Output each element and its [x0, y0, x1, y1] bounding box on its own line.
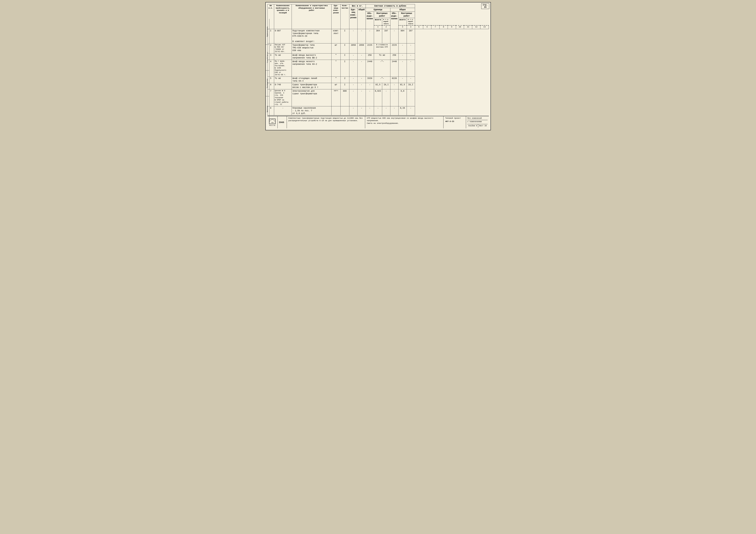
footer-year: I965	[278, 116, 287, 128]
unit-equip-header: Обо- рудо- вания	[365, 12, 374, 29]
footer-album-num: Альбом 9	[467, 124, 478, 128]
footer-desc1: Комплектные трансформаторные подстанции …	[287, 116, 365, 128]
left-label-vypolnil: Выполнил	[267, 106, 268, 112]
row8-c9b: -	[382, 106, 390, 115]
main-table: №№ п.п. Наименование прейскуранта, ценни…	[267, 4, 489, 116]
row3-c9: То же	[374, 54, 390, 60]
unit-montage-wage-header: в т.ч. зараб. плата	[382, 18, 390, 26]
cn-2: 2	[382, 25, 390, 29]
unit-section-header: Единицы	[365, 8, 390, 12]
row8-qty	[340, 106, 349, 115]
footer-project: Типовой проект 407-3-I3	[444, 116, 466, 128]
row5-ref: То же	[274, 77, 292, 83]
row5-c11a: -	[398, 77, 407, 83]
left-label-3: Руководитель	[266, 70, 269, 96]
col-ref-header: Наименование прейскуранта, ценника и № п…	[274, 4, 292, 29]
footer-with-changes: с изменениями	[467, 120, 487, 123]
row4-ref: Пр-т врем.цен. утв.постанови.№ I296Подол…	[274, 60, 292, 77]
footer: ГПИ Моск-ва I965 Комплектные трансформат…	[267, 116, 489, 128]
footer-list-num: Лист I8	[478, 124, 488, 128]
row6-w6: -	[349, 83, 357, 89]
row6-unit: шт	[332, 83, 340, 89]
row8-w7: -	[357, 106, 365, 115]
cn-5: 5	[415, 25, 423, 29]
row5-c8: I6I0	[365, 77, 374, 83]
row4-c11a: -	[398, 60, 407, 77]
cn-6: 6	[423, 25, 431, 29]
left-label-4: Выполнил	[266, 96, 269, 122]
weight-unit-header: Еди- ниц изме- рения	[349, 8, 357, 29]
footer-city: Моск-ва	[269, 125, 275, 126]
row1-qty: I	[340, 29, 349, 43]
row2-c8: 2II5	[365, 43, 374, 53]
row6-name: Сушка трансформаторавесом с маслом до 8 …	[292, 83, 332, 89]
row2-c10: 2II5	[390, 43, 398, 53]
row3-c11b: -	[407, 54, 415, 60]
row2-qty: I	[340, 43, 349, 53]
row2-c11b: -	[407, 43, 415, 53]
cn-9: 9	[447, 25, 456, 29]
left-label-otdelsmo: ОтделСМО	[267, 57, 268, 63]
weight-total-header: Общий	[357, 8, 365, 29]
unit-montage-header: Монтажных работ	[374, 12, 390, 18]
table-row: 8 - Плановые накопления- 2,5% по поз. 7о…	[267, 106, 489, 115]
total-montage-header: Монтажных работ	[398, 12, 415, 18]
row8-w6: -	[349, 106, 357, 115]
cn-7: 7	[431, 25, 440, 29]
row2-c9: В стоимостимонтажа КТП	[374, 43, 390, 53]
row5-w6: -	[349, 77, 357, 83]
row7-c10: -	[390, 89, 398, 106]
row1-unit: комп-лект	[332, 29, 340, 43]
row3-qty: I	[340, 54, 349, 60]
row6-c9b: I8,I	[382, 83, 390, 89]
unit-montage-total-header: всего	[374, 18, 382, 26]
row6-c11a: 8I,5	[398, 83, 407, 89]
row1-ref: 8-887	[274, 29, 292, 43]
row3-w7: -	[357, 54, 365, 60]
row4-unit: "	[332, 60, 340, 77]
row1-c11b: I87	[407, 29, 415, 43]
row8-unit	[332, 106, 340, 115]
left-label-1: Нормоконтроль	[266, 19, 269, 45]
row7-ref: Ценник № 8прилож. 3стр. 3I0Указания№ ЕРЕ…	[274, 89, 292, 106]
footer-desc2: КТП мощностью 680 ква внутрицеховая со ш…	[365, 116, 444, 128]
row5-unit: "	[332, 77, 340, 83]
row3-name: Шкаф ввода высокогонапряжения типа ВВ-2	[292, 54, 332, 60]
document-page: Стр. I9 №№ п.п. Наименование прейскурант…	[265, 2, 491, 130]
row7-qty: 800	[340, 89, 349, 106]
left-label-rukovoditel: Руководитель	[267, 78, 268, 88]
total-equip-header: Обо- рудо- вания	[390, 12, 398, 29]
table-row: 2 Письмо ХЗТ№ П90-I0//I0805 отI5/XI-65г.…	[267, 43, 489, 53]
row1-name: Подстанция комплектная трансформаторная …	[292, 29, 332, 43]
row4-c11b: -	[407, 60, 415, 77]
row4-w7: -	[357, 60, 365, 77]
row8-ref: -	[274, 106, 292, 115]
footer-project-label: Типовой проект	[445, 117, 464, 120]
row7-c11a: 6,8	[398, 89, 407, 106]
table-row: I 8-887 Подстанция комплектная трансформ…	[267, 29, 489, 43]
row7-name: Электроэнергия длясушки трансформатора	[292, 89, 332, 106]
row4-c10: 2440	[390, 60, 398, 77]
row2-w7: 2850	[357, 43, 365, 53]
row5-c10: 8220	[390, 77, 398, 83]
row4-c9: -"–	[374, 60, 390, 77]
total-montage-total-header: всего	[398, 18, 407, 26]
row6-c9a: 8I,5	[374, 83, 382, 89]
row8-c10: -	[390, 106, 398, 115]
total-montage-wage-header: в т.ч. зараб. плата	[407, 18, 415, 26]
cn-3: 3	[398, 25, 407, 29]
row8-c11a: 0,I6	[398, 106, 407, 115]
col-unit-header: Еди- ница изме- рения	[332, 4, 340, 29]
row7-unit: квтч	[332, 89, 340, 106]
row6-ref: 8-740	[274, 83, 292, 89]
logo-box: ГПИ	[269, 119, 276, 124]
row7-c11b: -	[407, 89, 415, 106]
row8-c11b: -	[407, 106, 415, 115]
row8-c9a: -	[374, 106, 382, 115]
row8-name: Плановые накопления- 2,5% по поз. 7от 6,…	[292, 106, 332, 115]
row6-c11b: I8,I	[407, 83, 415, 89]
row3-unit: "	[332, 54, 340, 60]
svg-text:ГПИ: ГПИ	[271, 122, 274, 123]
weight-header: Вес в кг.	[349, 4, 365, 8]
table-row: 4 Пр-т врем.цен. утв.постанови.№ I296Под…	[267, 60, 489, 77]
